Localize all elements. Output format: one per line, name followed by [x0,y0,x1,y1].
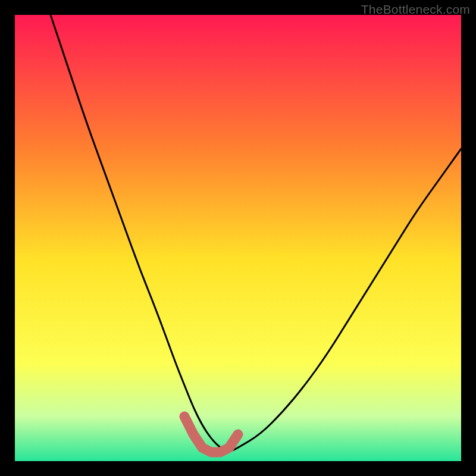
chart-frame: TheBottleneck.com [0,0,476,476]
watermark-text: TheBottleneck.com [361,2,470,17]
chart-svg [15,15,461,461]
chart-plot-area [15,15,461,461]
chart-background-gradient [15,15,461,461]
